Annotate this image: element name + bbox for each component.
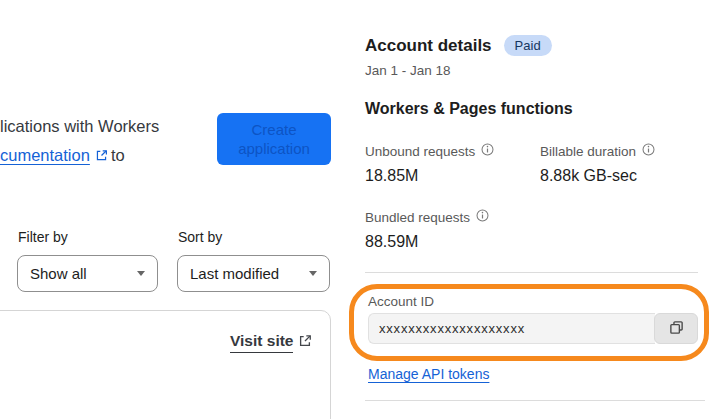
- intro-line-2: cumentationto: [0, 141, 159, 171]
- stat-label-text: Billable duration: [540, 144, 636, 159]
- chevron-down-icon: [309, 271, 317, 276]
- manage-api-tokens-anchor[interactable]: Manage API tokens: [368, 366, 489, 382]
- stat-billable-duration: Billable duration 8.88k GB-sec: [540, 143, 715, 185]
- chevron-down-icon: [137, 271, 145, 276]
- visit-site-label: Visit site: [230, 332, 293, 353]
- manage-api-tokens-link: Manage API tokens: [368, 366, 489, 382]
- workers-pages-dashboard: lications with Workers cumentationto Cre…: [0, 0, 718, 419]
- functions-section-title: Workers & Pages functions: [365, 100, 573, 118]
- copy-icon: [668, 319, 685, 339]
- documentation-link[interactable]: cumentation: [0, 146, 90, 164]
- account-id-input[interactable]: [368, 313, 655, 344]
- filter-select-value: Show all: [30, 265, 87, 282]
- create-application-label: Create application: [229, 120, 319, 158]
- paid-badge: Paid: [504, 35, 552, 56]
- sort-by-label: Sort by: [178, 229, 222, 245]
- account-details-header: Account details Paid: [365, 35, 552, 56]
- filter-by-label: Filter by: [18, 229, 68, 245]
- stat-label: Billable duration: [540, 143, 715, 159]
- filter-select[interactable]: Show all: [17, 255, 158, 292]
- divider: [365, 272, 698, 273]
- stat-value: 8.88k GB-sec: [540, 167, 715, 185]
- stat-label: Bundled requests: [365, 209, 540, 225]
- account-id-label: Account ID: [368, 294, 434, 309]
- stat-value: 88.59M: [365, 233, 540, 251]
- stat-label-text: Unbound requests: [365, 144, 475, 159]
- intro-after-link: to: [111, 146, 125, 164]
- stat-bundled-requests: Bundled requests 88.59M: [365, 209, 540, 251]
- info-icon[interactable]: [642, 143, 655, 159]
- stat-value: 18.85M: [365, 167, 540, 185]
- stat-unbound-requests: Unbound requests 18.85M: [365, 143, 540, 185]
- info-icon[interactable]: [481, 143, 494, 159]
- intro-line-1: lications with Workers: [0, 112, 159, 141]
- info-icon[interactable]: [476, 209, 489, 225]
- intro-text: lications with Workers cumentationto: [0, 112, 159, 171]
- account-details-title: Account details: [365, 36, 492, 56]
- project-card: [0, 310, 331, 419]
- divider: [365, 400, 705, 401]
- create-application-button[interactable]: Create application: [217, 113, 331, 165]
- external-link-icon: [95, 142, 108, 171]
- sort-select-value: Last modified: [190, 265, 279, 282]
- stat-label: Unbound requests: [365, 143, 540, 159]
- account-id-group: [368, 313, 698, 344]
- external-link-icon: [298, 334, 312, 352]
- sort-select[interactable]: Last modified: [177, 255, 330, 292]
- stat-label-text: Bundled requests: [365, 210, 470, 225]
- visit-site-link[interactable]: Visit site: [230, 332, 315, 353]
- copy-account-id-button[interactable]: [654, 313, 698, 344]
- date-range: Jan 1 - Jan 18: [365, 63, 451, 78]
